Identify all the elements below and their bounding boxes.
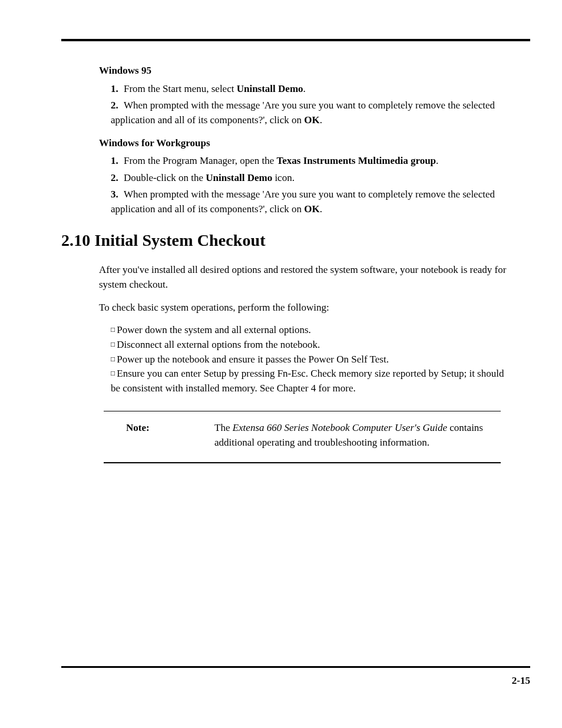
- step-number: 3.: [111, 187, 124, 202]
- ui-ref: OK: [304, 203, 319, 215]
- note-row: Note: The Extensa 660 Series Notebook Co…: [104, 411, 501, 462]
- page-number: 2-15: [512, 675, 530, 687]
- step-number: 2.: [111, 171, 124, 186]
- list-item: 2.Double-click on the Uninstall Demo ico…: [111, 171, 507, 186]
- step-number: 2.: [111, 98, 124, 113]
- paragraph: To check basic system operations, perfor…: [99, 301, 507, 315]
- step-number: 1.: [111, 154, 124, 169]
- text: From the Start menu, select: [124, 83, 237, 94]
- paragraph: After you've installed all desired optio…: [99, 263, 507, 292]
- step-text: From the Start menu, select Uninstall De…: [124, 83, 306, 94]
- text: .: [303, 83, 306, 94]
- steps-wfw: 1.From the Program Manager, open the Tex…: [111, 154, 507, 217]
- list-item: 2.When prompted with the message 'Are yo…: [111, 98, 507, 127]
- ui-ref: Uninstall Demo: [206, 172, 272, 183]
- step-number: 1.: [111, 82, 124, 97]
- doc-title-ref: Extensa 660 Series Notebook Computer Use…: [233, 422, 447, 433]
- content-column: Windows 95 1.From the Start menu, select…: [98, 64, 507, 463]
- step-text: When prompted with the message 'Are you …: [111, 100, 495, 126]
- step-text: From the Program Manager, open the Texas…: [124, 155, 438, 166]
- subhead-wfw: Windows for Workgroups: [99, 136, 507, 151]
- list-item: 1.From the Program Manager, open the Tex…: [111, 154, 507, 169]
- step-text: Double-click on the Uninstall Demo icon.: [124, 172, 295, 183]
- rule-bottom: [61, 666, 530, 668]
- text: From the Program Manager, open the: [124, 155, 276, 166]
- steps-win95: 1.From the Start menu, select Uninstall …: [111, 82, 507, 128]
- text: When prompted with the message 'Are you …: [111, 189, 495, 215]
- text: Double-click on the: [124, 172, 206, 183]
- text: .: [320, 114, 322, 126]
- section-heading: 2.10 Initial System Checkout: [61, 229, 507, 253]
- bullet-list: Power down the system and all external o…: [111, 323, 507, 396]
- note-text: The Extensa 660 Series Notebook Computer…: [214, 421, 498, 450]
- list-item: Power down the system and all external o…: [111, 323, 507, 338]
- list-item: Ensure you can enter Setup by pressing F…: [111, 367, 507, 396]
- rule-top: [61, 39, 530, 41]
- list-item: 3.When prompted with the message 'Are yo…: [111, 187, 507, 216]
- ui-ref: Texas Instruments Multimedia group: [276, 155, 436, 166]
- ui-ref: Uninstall Demo: [237, 83, 303, 94]
- note-label: Note:: [126, 421, 214, 450]
- text: icon.: [272, 172, 295, 183]
- list-item: Power up the notebook and ensure it pass…: [111, 353, 507, 367]
- text: The: [214, 422, 233, 433]
- subhead-win95: Windows 95: [99, 64, 507, 78]
- note-box: Note: The Extensa 660 Series Notebook Co…: [104, 411, 501, 463]
- page-body: Windows 95 1.From the Start menu, select…: [61, 39, 530, 693]
- list-item: 1.From the Start menu, select Uninstall …: [111, 82, 507, 97]
- text: .: [436, 155, 438, 166]
- step-text: When prompted with the message 'Are you …: [111, 189, 495, 215]
- text: .: [320, 203, 322, 215]
- list-item: Disconnect all external options from the…: [111, 338, 507, 353]
- text: When prompted with the message 'Are you …: [111, 100, 495, 126]
- ui-ref: OK: [304, 114, 319, 126]
- note-rule-bottom: [104, 462, 501, 463]
